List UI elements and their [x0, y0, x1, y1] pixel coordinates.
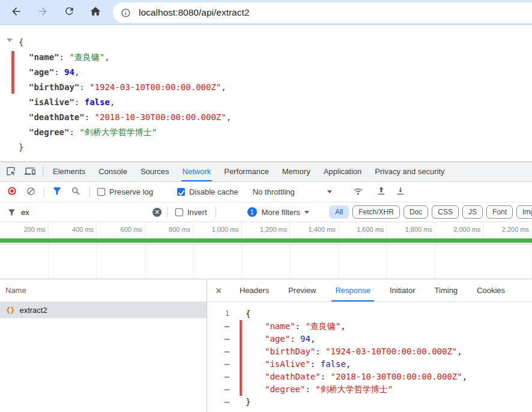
json-separator: :: [85, 112, 95, 122]
json-value: "剑桥大学哲学博士": [315, 384, 393, 394]
funnel-icon: [52, 186, 62, 198]
code-line: "age": 94,: [246, 333, 467, 345]
inspect-element-icon: [5, 166, 16, 178]
back-button[interactable]: [6, 2, 26, 23]
json-value: "查良镛": [69, 52, 104, 62]
divider: [44, 187, 44, 198]
json-value: "1924-03-10T00:00:00.000Z": [325, 347, 457, 356]
checkbox-unchecked-icon: [175, 208, 183, 216]
tab-initiator[interactable]: Initiator: [380, 280, 425, 301]
forward-button[interactable]: [32, 2, 53, 23]
invert-checkbox[interactable]: Invert: [175, 208, 207, 217]
reload-button[interactable]: [59, 2, 79, 23]
block-icon: [26, 187, 35, 198]
type-filter-pill-doc[interactable]: Doc: [404, 205, 428, 219]
network-conditions-button[interactable]: [352, 186, 364, 199]
json-line: {: [19, 35, 231, 50]
column-header-name[interactable]: Name: [0, 280, 207, 302]
clear-filter-button[interactable]: ✕: [153, 208, 162, 217]
dash-icon: [225, 377, 229, 378]
device-toolbar-icon: [25, 166, 35, 178]
page-info-icon[interactable]: [121, 8, 131, 18]
line-number: 1: [207, 307, 236, 320]
tab-performance[interactable]: Performance: [217, 162, 275, 181]
filter-value: ex: [21, 208, 153, 217]
type-filter-pill-fetch-xhr[interactable]: Fetch/XHR: [352, 205, 400, 219]
checkbox-unchecked-icon: [97, 188, 105, 196]
json-key: "birthDay": [29, 82, 79, 92]
divider: [168, 207, 168, 217]
json-line: }: [19, 140, 231, 155]
tab-console[interactable]: Console: [92, 162, 134, 181]
json-separator: :: [315, 347, 325, 356]
tab-sources[interactable]: Sources: [134, 162, 176, 181]
json-separator: :: [295, 321, 306, 331]
json-key: "age": [265, 334, 290, 344]
json-comma: ,: [346, 359, 351, 369]
json-separator: :: [59, 52, 70, 62]
json-line: "name": "查良镛",: [19, 50, 231, 65]
filter-count-badge: 1: [247, 207, 257, 217]
request-detail-panel: × Headers Preview Response Initiator Tim…: [207, 280, 532, 412]
export-har-button[interactable]: [395, 186, 406, 198]
filter-toggle-button[interactable]: [52, 186, 62, 198]
type-filter-pill-img[interactable]: Img: [516, 205, 532, 219]
device-toolbar-button[interactable]: [20, 163, 40, 181]
type-filter-pill-css[interactable]: CSS: [432, 205, 459, 219]
request-row[interactable]: {} extract2: [0, 302, 207, 318]
checkbox-checked-icon: [177, 188, 185, 196]
json-separator: :: [79, 82, 89, 92]
json-key: "degree": [265, 384, 305, 394]
detail-tabbar: × Headers Preview Response Initiator Tim…: [207, 280, 532, 302]
formatted-line-marker: [207, 396, 236, 408]
preserve-log-checkbox[interactable]: Preserve log: [97, 187, 153, 196]
home-icon: [89, 5, 101, 20]
wifi-icon: [352, 186, 364, 199]
address-bar[interactable]: localhost:8080/api/extract2: [113, 2, 532, 23]
network-overview[interactable]: 200 ms 400 ms 600 ms 800 ms 1,000 ms 1,2…: [0, 222, 532, 245]
json-value: "1924-03-10T00:00:00.000Z": [89, 82, 221, 92]
more-filters-button[interactable]: More filters: [262, 208, 300, 217]
json-key: "deathDate": [265, 372, 321, 381]
record-button[interactable]: [7, 186, 17, 198]
download-icon: [395, 186, 406, 198]
json-key: "degree": [29, 127, 69, 137]
close-detail-button[interactable]: ×: [211, 283, 226, 298]
json-comma: ,: [226, 112, 231, 122]
tab-application[interactable]: Application: [317, 162, 369, 181]
filter-input[interactable]: ex ✕: [21, 208, 162, 217]
type-filter-pill-all[interactable]: All: [329, 205, 349, 219]
json-value: false: [85, 97, 110, 107]
home-button[interactable]: [85, 2, 106, 23]
json-value: "2018-10-30T00:00:00.000Z": [95, 112, 226, 122]
tab-response[interactable]: Response: [325, 280, 380, 301]
network-filter-bar: ex ✕ Invert 1 More filters All Fetch/XHR…: [0, 202, 532, 222]
tab-headers[interactable]: Headers: [230, 280, 279, 301]
json-value: false: [321, 359, 346, 369]
tab-cookies[interactable]: Cookies: [467, 280, 515, 301]
tab-memory[interactable]: Memory: [276, 162, 317, 181]
disable-cache-checkbox[interactable]: Disable cache: [177, 187, 238, 196]
code-line: "deathDate": "2018-10-30T00:00:00.000Z",: [246, 371, 467, 383]
type-filter-pill-font[interactable]: Font: [486, 205, 513, 219]
tab-elements[interactable]: Elements: [46, 162, 92, 181]
tab-preview[interactable]: Preview: [279, 280, 325, 301]
formatted-line-marker: [207, 333, 236, 345]
tab-privacy-and-security[interactable]: Privacy and security: [368, 162, 451, 181]
url-text: localhost:8080/api/extract2: [139, 7, 249, 18]
json-collapse-triangle-icon[interactable]: [7, 38, 13, 42]
page-content: { "name": "查良镛", "age": 94, "birthDay": …: [0, 25, 532, 162]
json-separator: :: [54, 67, 64, 77]
tab-network[interactable]: Network: [176, 162, 218, 181]
type-filter-pill-js[interactable]: JS: [462, 205, 483, 219]
tab-timing[interactable]: Timing: [425, 280, 468, 301]
json-pretty-view: { "name": "查良镛", "age": 94, "birthDay": …: [19, 35, 231, 155]
inspect-element-button[interactable]: [1, 163, 20, 181]
import-har-button[interactable]: [376, 186, 387, 198]
request-type-pills: All Fetch/XHR Doc CSS JS Font Img: [329, 205, 532, 219]
clear-log-button[interactable]: [26, 187, 35, 198]
error-marker-bar: [240, 320, 242, 396]
throttling-select[interactable]: No throttling: [253, 187, 332, 196]
network-search-button[interactable]: [71, 186, 81, 198]
json-key: "birthDay": [265, 347, 315, 356]
